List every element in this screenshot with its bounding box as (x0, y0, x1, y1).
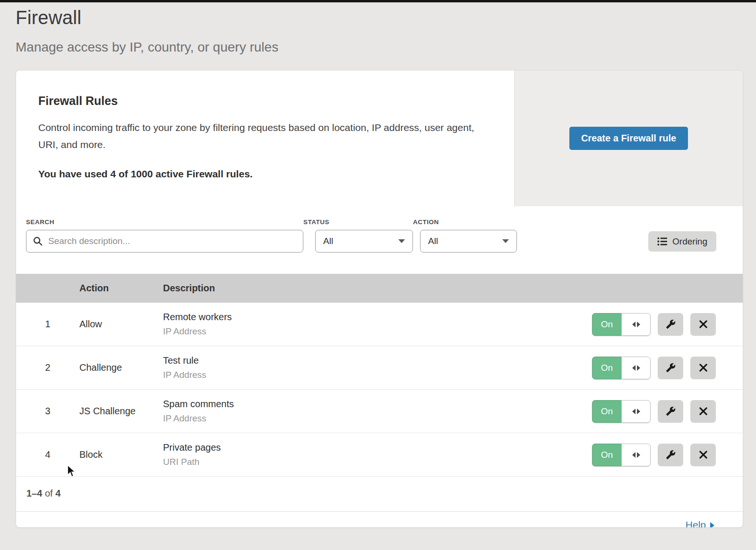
edit-rule-button[interactable] (658, 357, 683, 379)
toggle-handle[interactable] (621, 400, 651, 423)
toggle-state-label: On (592, 313, 621, 336)
toggle-handle[interactable] (621, 313, 651, 336)
rule-enabled-toggle[interactable]: On (592, 357, 651, 379)
arrow-left-icon (632, 365, 636, 371)
caret-right-icon (710, 522, 714, 528)
card-description: Control incoming traffic to your zone by… (38, 119, 486, 153)
pagination-total: 4 (55, 488, 60, 498)
toggle-handle[interactable] (621, 444, 651, 466)
rule-description: Remote workers (163, 312, 592, 323)
rule-controls: On (592, 444, 743, 466)
delete-rule-button[interactable] (690, 444, 716, 466)
rule-action: JS Challenge (79, 406, 163, 417)
list-ordering-icon (657, 237, 667, 246)
action-column-header: Action (79, 283, 163, 294)
table-row: 1 Allow Remote workers IP Address On (16, 303, 743, 346)
card-top-section: Firewall Rules Control incoming traffic … (16, 70, 743, 206)
help-link[interactable]: Help (686, 519, 714, 528)
status-label: STATUS (303, 218, 413, 226)
rule-match-type: IP Address (163, 413, 592, 424)
create-firewall-rule-button[interactable]: Create a Firewall rule (569, 127, 688, 150)
edit-rule-button[interactable] (658, 400, 683, 423)
page-subtitle: Manage access by IP, country, or query r… (16, 40, 756, 55)
chevron-down-icon (502, 239, 509, 243)
close-icon (699, 407, 708, 416)
rule-description-cell: Test rule IP Address (163, 355, 592, 380)
search-field-wrap (26, 230, 303, 253)
mouse-cursor (67, 464, 76, 478)
action-select[interactable]: All (420, 230, 517, 253)
rule-description-cell: Private pages URI Path (163, 442, 592, 467)
toggle-state-label: On (592, 357, 621, 379)
rule-description-cell: Spam comments IP Address (163, 399, 592, 424)
arrow-right-icon (637, 322, 640, 327)
wrench-icon (666, 450, 676, 460)
action-filter-group: ACTION All (413, 218, 517, 253)
rule-description: Spam comments (163, 399, 592, 410)
status-selected-value: All (323, 236, 333, 246)
action-label: ACTION (413, 218, 517, 226)
chevron-down-icon (398, 239, 405, 243)
page-title: Firewall (16, 7, 756, 28)
arrow-right-icon (637, 365, 640, 371)
rule-controls: On (592, 357, 743, 379)
toggle-state-label: On (592, 400, 621, 423)
firewall-rules-card: Firewall Rules Control incoming traffic … (16, 70, 743, 528)
action-selected-value: All (428, 236, 438, 246)
card-intro: Firewall Rules Control incoming traffic … (16, 70, 514, 206)
ordering-button[interactable]: Ordering (648, 231, 716, 252)
rule-action: Allow (79, 319, 163, 330)
rule-match-type: IP Address (163, 370, 592, 380)
rule-priority: 1 (16, 319, 79, 330)
table-row: 3 JS Challenge Spam comments IP Address … (16, 390, 743, 433)
usage-summary: You have used 4 of 1000 active Firewall … (38, 168, 486, 180)
close-icon (699, 450, 708, 459)
create-rule-panel: Create a Firewall rule (514, 70, 743, 206)
arrow-left-icon (632, 452, 636, 458)
card-heading: Firewall Rules (38, 94, 486, 108)
rules-table: Action Description 1 Allow Remote worker… (16, 274, 743, 477)
search-label: SEARCH (26, 218, 303, 226)
delete-rule-button[interactable] (690, 313, 716, 336)
search-filter-group: SEARCH (26, 218, 303, 253)
delete-rule-button[interactable] (690, 400, 716, 423)
wrench-icon (666, 363, 676, 373)
rule-match-type: IP Address (163, 326, 592, 337)
status-filter-group: STATUS All (303, 218, 413, 253)
edit-rule-button[interactable] (658, 313, 683, 336)
table-row: 2 Challenge Test rule IP Address On (16, 346, 743, 390)
arrow-right-icon (637, 409, 640, 414)
rule-description: Test rule (163, 355, 592, 366)
wrench-icon (666, 406, 676, 416)
rule-action: Block (79, 449, 163, 460)
ordering-button-label: Ordering (672, 236, 707, 247)
rule-description: Private pages (163, 442, 592, 453)
card-footer: Help (16, 511, 743, 528)
table-header-row: Action Description (16, 274, 743, 303)
search-icon (33, 236, 43, 246)
pagination-range: 1–4 (26, 488, 42, 498)
toggle-state-label: On (592, 444, 621, 466)
status-select[interactable]: All (315, 230, 413, 253)
rule-controls: On (592, 313, 743, 336)
toggle-handle[interactable] (621, 357, 651, 379)
close-icon (699, 363, 708, 372)
filters-bar: SEARCH STATUS All ACTION All (16, 206, 743, 253)
edit-rule-button[interactable] (658, 444, 683, 466)
rule-enabled-toggle[interactable]: On (592, 444, 651, 466)
arrow-right-icon (637, 452, 640, 458)
rule-match-type: URI Path (163, 457, 592, 467)
pagination-of: of (45, 488, 53, 498)
rule-enabled-toggle[interactable]: On (592, 400, 651, 423)
arrow-left-icon (632, 322, 636, 327)
description-column-header: Description (163, 283, 743, 294)
delete-rule-button[interactable] (690, 357, 716, 379)
rule-description-cell: Remote workers IP Address (163, 312, 592, 337)
table-row: 4 Block Private pages URI Path On (16, 433, 743, 477)
rule-controls: On (592, 400, 743, 423)
search-input[interactable] (26, 230, 303, 253)
rule-priority: 2 (16, 362, 79, 373)
rule-enabled-toggle[interactable]: On (592, 313, 651, 336)
rule-priority: 3 (16, 406, 79, 417)
rule-action: Challenge (79, 362, 163, 373)
